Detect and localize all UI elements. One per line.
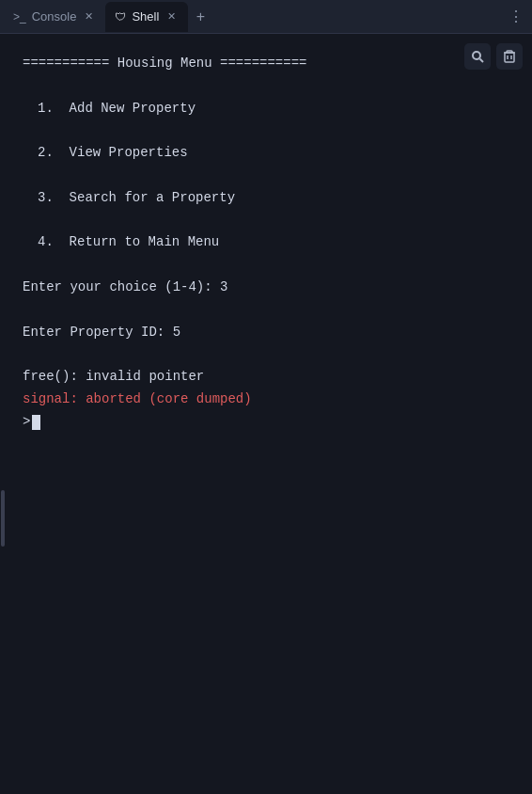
menu-item-3: 3. Search for a Property bbox=[23, 187, 509, 210]
error-free: free(): invalid pointer bbox=[23, 366, 509, 389]
left-scrollbar[interactable] bbox=[0, 34, 6, 794]
svg-point-0 bbox=[473, 52, 480, 59]
tab-more-button[interactable]: ⋮ bbox=[504, 5, 528, 29]
cursor-row: > bbox=[23, 411, 509, 434]
blank-line-6 bbox=[23, 299, 509, 322]
prompt-choice: Enter your choice (1-4): 3 bbox=[23, 277, 509, 299]
menu-item-1: 1. Add New Property bbox=[23, 98, 509, 120]
search-icon bbox=[471, 50, 484, 63]
tab-shell[interactable]: 🛡 Shell ✕ bbox=[105, 2, 188, 32]
menu-item-4: 4. Return to Main Menu bbox=[23, 231, 509, 254]
shell-tab-icon: 🛡 bbox=[115, 10, 126, 24]
prompt-symbol: > bbox=[23, 411, 30, 434]
svg-line-1 bbox=[480, 59, 484, 63]
terminal-container: =========== Housing Menu =========== 1. … bbox=[0, 34, 532, 794]
blank-line-5 bbox=[23, 254, 509, 277]
blank-line-3 bbox=[23, 165, 509, 187]
add-tab-icon: + bbox=[196, 8, 205, 25]
tab-bar: >_ Console ✕ 🛡 Shell ✕ + ⋮ bbox=[0, 0, 532, 34]
blank-line-1 bbox=[23, 75, 509, 98]
blank-line-7 bbox=[23, 343, 509, 366]
console-tab-icon: >_ bbox=[13, 10, 26, 24]
tab-more-icon: ⋮ bbox=[509, 8, 524, 25]
tab-shell-label: Shell bbox=[132, 9, 159, 24]
blank-line-4 bbox=[23, 210, 509, 232]
tab-console-label: Console bbox=[32, 9, 77, 24]
delete-button[interactable] bbox=[496, 43, 523, 70]
svg-rect-2 bbox=[505, 53, 514, 62]
terminal-toolbar bbox=[464, 43, 523, 70]
trash-icon bbox=[503, 50, 516, 63]
tab-console-close[interactable]: ✕ bbox=[82, 8, 96, 24]
error-signal: signal: aborted (core dumped) bbox=[23, 389, 509, 411]
terminal-output: =========== Housing Menu =========== 1. … bbox=[0, 34, 532, 434]
search-button[interactable] bbox=[464, 43, 491, 70]
prompt-id: Enter Property ID: 5 bbox=[23, 322, 509, 344]
add-tab-button[interactable]: + bbox=[188, 5, 212, 29]
blank-line-2 bbox=[23, 119, 509, 142]
scrollbar-thumb bbox=[1, 490, 5, 547]
menu-item-2: 2. View Properties bbox=[23, 142, 509, 165]
tab-shell-close[interactable]: ✕ bbox=[164, 8, 179, 24]
menu-header: =========== Housing Menu =========== bbox=[23, 53, 509, 75]
cursor bbox=[32, 415, 40, 430]
tab-console[interactable]: >_ Console ✕ bbox=[4, 2, 105, 32]
